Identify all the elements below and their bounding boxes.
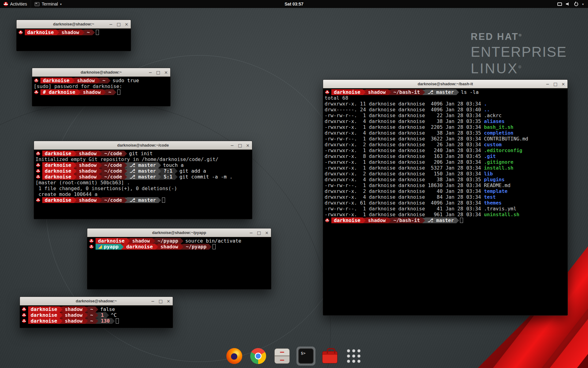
activities-label: Activities (10, 2, 27, 6)
segment-separator-icon (96, 312, 98, 318)
minimize-button[interactable]: − (151, 299, 155, 303)
close-button[interactable]: × (164, 70, 168, 75)
redhat-prompt-icon (89, 239, 93, 243)
system-status-area[interactable]: ▾ (553, 0, 588, 8)
prompt-segment-venv: pyapp (96, 244, 121, 250)
terminal-window-exitcodes[interactable]: darknoise@shadow:~−□×darknoiseshadow~fal… (20, 297, 173, 328)
dock-firefox-icon[interactable] (225, 347, 244, 366)
registered-mark: ® (518, 65, 522, 69)
prompt-segment-host: shadow (158, 244, 181, 250)
close-button[interactable]: × (167, 299, 170, 303)
maximize-button[interactable]: □ (553, 82, 557, 86)
app-menu-terminal[interactable]: Terminal ▾ (31, 0, 65, 8)
segment-separator-icon (422, 90, 425, 95)
redhat-prompt-icon (19, 30, 23, 34)
close-button[interactable]: × (125, 22, 128, 26)
prompt-segment-host: shadow (62, 318, 85, 324)
terminal-content[interactable]: darknoiseshadow~/pyappsource bin/activat… (87, 237, 271, 251)
minimize-button[interactable]: − (149, 70, 152, 75)
minimize-button[interactable]: − (109, 22, 113, 26)
output-line: drwxrwxr-x. 11 darknoise darknoise 4096 … (325, 101, 566, 107)
file-name: CONTRIBUTING.md (484, 136, 528, 142)
segment-separator-icon (158, 163, 161, 168)
segment-separator-icon (99, 163, 102, 168)
close-button[interactable]: × (246, 143, 250, 148)
volume-icon (566, 2, 570, 6)
segment-separator-icon (158, 197, 161, 203)
terminal-content[interactable]: darknoiseshadow~/bash-it⎇ masterls -lato… (323, 88, 567, 224)
terminal-content[interactable]: darknoiseshadow~ (17, 29, 131, 36)
terminal-window-pyapp[interactable]: darknoise@shadow:~/pyapp−□×darknoiseshad… (87, 228, 271, 289)
dock-chrome-icon[interactable] (249, 347, 268, 366)
segment-separator-icon (108, 78, 111, 83)
minimize-button[interactable]: − (249, 231, 253, 235)
maximize-button[interactable]: □ (159, 299, 163, 303)
maximize-button[interactable]: □ (257, 231, 261, 235)
window-title: darknoise@shadow:~ (53, 22, 94, 26)
maximize-button[interactable]: □ (117, 22, 121, 26)
prompt-segment-path: ~ (88, 312, 96, 318)
maximize-button[interactable]: □ (238, 143, 242, 148)
window-controls: −□× (546, 80, 565, 88)
minimize-button[interactable]: − (546, 82, 549, 86)
segment-separator-icon (74, 151, 77, 156)
chrome-icon (250, 348, 266, 364)
terminal-window-sudo[interactable]: darknoise@shadow:~−□×darknoiseshadow~sud… (32, 68, 171, 106)
toolbox-icon (322, 351, 337, 363)
terminal-window-bash-it[interactable]: darknoise@shadow:~/bash-it−□×darknoisesh… (323, 79, 568, 316)
terminal-cursor (116, 318, 119, 324)
prompt-segment-user: darknoise (96, 238, 127, 244)
window-titlebar[interactable]: darknoise@shadow:~/code−□× (34, 141, 252, 150)
terminal-content[interactable]: darknoiseshadow~/codegit initInitialized… (34, 150, 252, 204)
window-titlebar[interactable]: darknoise@shadow:~−□× (20, 297, 173, 305)
file-name: .travis.yml (484, 206, 516, 212)
command-text: sudo true (112, 78, 139, 83)
terminal-content[interactable]: darknoiseshadow~sudo true[sudo] password… (32, 77, 170, 96)
dock-app-grid-icon[interactable] (344, 347, 363, 366)
terminal-prompt-glyph: $> (301, 351, 306, 355)
activities-button[interactable]: Activities (0, 0, 31, 8)
segment-separator-icon (74, 163, 77, 168)
output-text: drwxrwxr-x. 4 darknoise darknoise 38 Jan… (325, 130, 484, 136)
prompt-segment-host: shadow (366, 217, 388, 223)
prompt-segment-user: darknoise (331, 217, 363, 223)
window-titlebar[interactable]: darknoise@shadow:~/pyapp−□× (87, 228, 271, 237)
output-line: total 68 (325, 95, 566, 101)
close-button[interactable]: × (265, 231, 269, 235)
segment-separator-icon (175, 168, 178, 174)
output-text: -rwxrwxr-x. 1 darknoise darknoise 240 Ja… (325, 148, 484, 153)
segment-separator-icon (456, 90, 459, 95)
python-icon (98, 245, 102, 249)
dock-files-icon[interactable] (273, 347, 292, 366)
file-manager-icon (274, 348, 290, 364)
maximize-button[interactable]: □ (156, 70, 160, 75)
terminal-content[interactable]: darknoiseshadow~falsedarknoiseshadow~1^C… (20, 305, 173, 325)
window-titlebar[interactable]: darknoise@shadow:~−□× (32, 68, 170, 77)
file-name: completion (484, 130, 513, 136)
window-titlebar[interactable]: darknoise@shadow:~−□× (17, 20, 131, 29)
clock[interactable]: Sat 03:57 (285, 2, 303, 6)
segment-separator-icon (85, 312, 88, 318)
command-text: ^C (111, 312, 117, 318)
window-titlebar[interactable]: darknoise@shadow:~/bash-it−□× (323, 80, 567, 88)
segment-separator-icon (127, 238, 130, 244)
segment-separator-icon (60, 318, 62, 324)
prompt-segment-git: ⎇ master (425, 89, 456, 95)
chevron-down-icon: ▾ (582, 2, 584, 6)
prompt-segment-path: ~ (85, 29, 92, 35)
window-controls: −□× (249, 228, 269, 237)
segment-separator-icon (97, 78, 100, 83)
prompt-line: darknoiseshadow~false (21, 306, 171, 312)
dock-toolbox-icon[interactable] (320, 347, 339, 366)
file-name: bash_it.sh (484, 124, 513, 130)
terminal-window-code[interactable]: darknoise@shadow:~/code−□×darknoiseshado… (34, 141, 252, 219)
segment-separator-icon (181, 238, 183, 244)
dock-terminal-icon[interactable]: $> (296, 347, 315, 366)
file-name: .git (484, 153, 496, 159)
segment-separator-icon (103, 90, 106, 95)
registered-mark: ® (518, 33, 522, 37)
minimize-button[interactable]: − (230, 143, 234, 148)
terminal-window-home-1[interactable]: darknoise@shadow:~−□×darknoiseshadow~ (16, 20, 131, 51)
close-button[interactable]: × (561, 82, 565, 86)
prompt-line: darknoiseshadow~sudo true (34, 78, 169, 83)
